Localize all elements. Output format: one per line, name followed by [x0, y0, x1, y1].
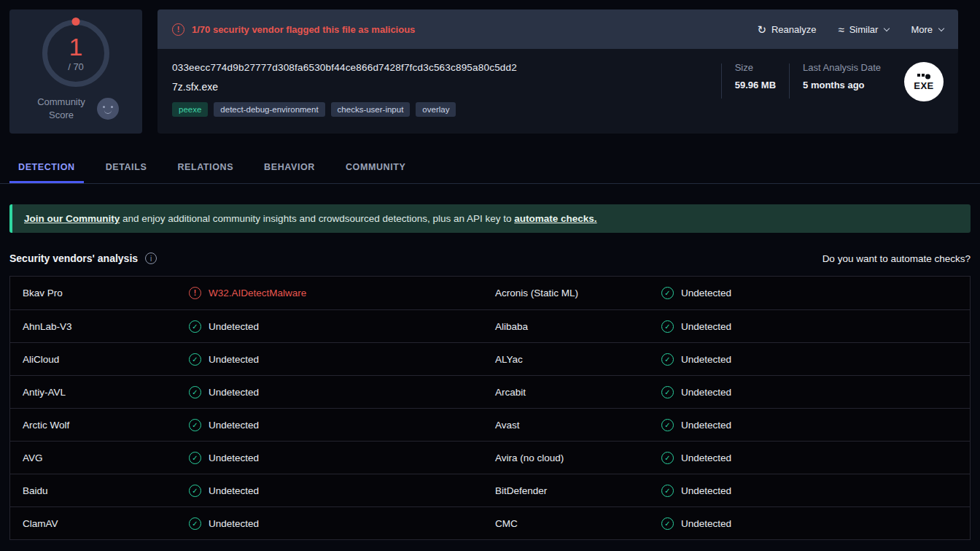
vendor-name: BitDefender [495, 485, 661, 496]
vendor-name: AVG [23, 452, 189, 463]
similar-icon: ≈ [838, 24, 844, 35]
info-icon[interactable]: i [145, 253, 157, 264]
vendor-name: Baidu [23, 485, 189, 496]
analysis-header: Security vendors' analysis i Do you want… [9, 253, 971, 264]
size-label: Size [735, 62, 776, 73]
vendors-table: Bkav Pro ! W32.AIDetectMalware Acronis (… [9, 276, 971, 540]
table-row: AhnLab-V3 ✓ Undetected Alibaba ✓ Undetec… [10, 309, 970, 342]
vendor-result: ✓ Undetected [661, 517, 957, 530]
vendor-result: ✓ Undetected [189, 386, 495, 398]
vendor-result: ✓ Undetected [189, 419, 495, 431]
status-icon: ✓ [189, 353, 201, 366]
vendor-name: Bkav Pro [23, 288, 189, 298]
status-icon: ✓ [189, 485, 201, 497]
file-header-card: ! 1/70 security vendor flagged this file… [158, 9, 958, 134]
chevron-down-icon [884, 25, 890, 31]
vendor-name: AliCloud [23, 354, 189, 365]
result-text: Undetected [681, 387, 731, 398]
vendor-name: ALYac [495, 354, 661, 365]
tab-behavior[interactable]: BEHAVIOR [255, 151, 324, 183]
header-section: 1 / 70 Community Score ! 1/70 security v… [0, 0, 980, 134]
status-icon: ✓ [189, 320, 201, 333]
chevron-down-icon [938, 25, 944, 31]
similar-button[interactable]: ≈ Similar [838, 24, 889, 35]
result-text: Undetected [681, 321, 731, 332]
status-icon: ✓ [661, 386, 674, 398]
file-type-icon: EXE [904, 62, 944, 101]
table-row: Antiy-AVL ✓ Undetected Arcabit ✓ Undetec… [10, 375, 970, 408]
table-row: Arctic Wolf ✓ Undetected Avast ✓ Undetec… [10, 408, 970, 441]
table-row: AliCloud ✓ Undetected ALYac ✓ Undetected [10, 342, 970, 375]
vendor-name: Antiy-AVL [23, 387, 189, 398]
community-banner: Join our Community and enjoy additional … [9, 204, 971, 233]
automate-checks-question[interactable]: Do you want to automate checks? [822, 253, 971, 264]
status-icon: ✓ [661, 320, 674, 333]
result-text: Undetected [681, 452, 731, 463]
vendor-result: ✓ Undetected [661, 485, 957, 497]
table-row: AVG ✓ Undetected Avira (no cloud) ✓ Unde… [10, 441, 970, 474]
reanalyze-icon: ↻ [757, 24, 766, 35]
result-text: Undetected [209, 518, 259, 529]
tag-list: peexe detect-debug-environment checks-us… [172, 102, 721, 117]
vendor-result: ✓ Undetected [661, 386, 957, 398]
warning-bar: ! 1/70 security vendor flagged this file… [158, 9, 958, 49]
vendor-result: ✓ Undetected [661, 353, 957, 366]
result-text: Undetected [209, 485, 259, 496]
status-icon: ✓ [661, 452, 674, 464]
tab-details[interactable]: DETAILS [97, 151, 156, 183]
status-icon: ✓ [189, 452, 201, 464]
result-text: Undetected [681, 420, 731, 431]
last-analysis-label: Last Analysis Date [803, 62, 881, 73]
vendor-name: Arcabit [495, 387, 661, 398]
join-community-link[interactable]: Join our Community [24, 213, 120, 224]
status-icon: ✓ [189, 419, 201, 431]
tag-checks-user-input[interactable]: checks-user-input [331, 102, 411, 117]
community-vote-icon[interactable] [97, 98, 119, 120]
last-analysis-value: 5 months ago [803, 80, 881, 90]
file-hash: 033eecc774d9b27777d308fa6530bf44ce866d74… [172, 62, 721, 73]
status-icon: ✓ [189, 386, 201, 398]
alert-icon: ! [172, 23, 184, 36]
size-value: 59.96 MB [735, 80, 776, 90]
result-text: Undetected [209, 452, 259, 463]
result-text: Undetected [209, 420, 259, 431]
result-text: Undetected [681, 354, 731, 365]
pixel-glyph-icon [917, 74, 930, 80]
result-text: Undetected [209, 321, 259, 332]
warning-text: 1/70 security vendor flagged this file a… [192, 24, 415, 35]
vendor-name: Alibaba [495, 321, 661, 332]
vendor-name: AhnLab-V3 [23, 321, 189, 332]
result-text: Undetected [209, 387, 259, 398]
detection-score-ring: 1 / 70 [42, 20, 109, 87]
status-icon: ✓ [661, 517, 674, 530]
status-icon: ✓ [661, 287, 674, 299]
status-icon: ✓ [661, 419, 674, 431]
table-row: Baidu ✓ Undetected BitDefender ✓ Undetec… [10, 474, 970, 506]
tab-relations[interactable]: RELATIONS [168, 151, 242, 183]
vendor-name: ClamAV [23, 518, 189, 529]
vendor-result: ✓ Undetected [189, 353, 495, 366]
table-row: ClamAV ✓ Undetected CMC ✓ Undetected [10, 506, 970, 539]
tab-detection[interactable]: DETECTION [9, 151, 84, 183]
more-button[interactable]: More [911, 24, 944, 35]
status-icon: ✓ [661, 353, 674, 366]
result-text: Undetected [681, 518, 731, 529]
detections-total: / 70 [68, 61, 84, 72]
analysis-title: Security vendors' analysis [9, 253, 138, 264]
tag-overlay[interactable]: overlay [416, 102, 456, 117]
community-score-label: Community Score [33, 96, 90, 121]
file-type-label: EXE [914, 81, 934, 90]
reanalyze-button[interactable]: ↻ Reanalyze [757, 24, 816, 35]
vendor-result: ✓ Undetected [661, 419, 957, 431]
vendor-result: ✓ Undetected [189, 517, 495, 530]
vendor-result: ✓ Undetected [661, 320, 957, 333]
automate-checks-link[interactable]: automate checks. [514, 213, 596, 224]
file-stats: Size 59.96 MB Last Analysis Date 5 month… [721, 62, 944, 123]
tag-peexe[interactable]: peexe [172, 102, 208, 117]
tag-detect-debug-environment[interactable]: detect-debug-environment [214, 102, 324, 117]
table-row: Bkav Pro ! W32.AIDetectMalware Acronis (… [10, 277, 970, 309]
result-text: Undetected [209, 354, 259, 365]
vendor-name: Acronis (Static ML) [495, 288, 661, 298]
tab-community[interactable]: COMMUNITY [337, 151, 414, 183]
vendor-result: ✓ Undetected [189, 320, 495, 333]
